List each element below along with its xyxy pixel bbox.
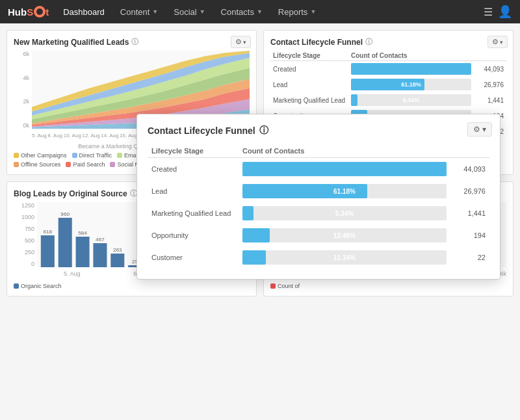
hubspot-logo: Hub S t <box>8 6 49 18</box>
legend-direct-traffic: Direct Traffic <box>72 152 112 159</box>
legend-paid-search: Paid Search <box>66 161 105 168</box>
nav-social[interactable]: Social▼ <box>167 0 211 23</box>
svg-rect-8 <box>110 254 124 267</box>
chart3-yaxis: 1250 1000 750 500 250 0 <box>14 202 37 267</box>
card1-title: New Marketing Qualified Leads ⓘ <box>14 37 250 47</box>
modal-bar-fill <box>242 228 270 243</box>
modal-bar-fill <box>242 162 447 176</box>
legend-offline-sources: Offline Sources <box>14 161 60 168</box>
modal-bar-container: 13.46% <box>242 228 447 243</box>
modal-bar-container <box>242 162 447 176</box>
bar-container <box>351 63 471 75</box>
svg-rect-0 <box>41 235 55 267</box>
svg-text:584: 584 <box>78 231 87 236</box>
card2-gear[interactable]: ⚙ ▾ <box>488 36 508 48</box>
svg-rect-6 <box>93 243 107 267</box>
legend-other-campaigns: Other Campaigns <box>14 152 67 159</box>
card2-title: Contact Lifecycle Funnel ⓘ <box>270 37 506 47</box>
legend-count-of: Count of <box>270 283 300 289</box>
svg-rect-2 <box>58 218 72 267</box>
info-icon[interactable]: ⓘ <box>131 37 138 47</box>
modal-title: Contact Lifecycle Funnel ⓘ <box>148 125 489 137</box>
modal-funnel-row: Marketing Qualified Lead 5.34% 1,441 <box>148 202 489 224</box>
modal-bar-fill <box>242 250 266 265</box>
modal-bar-container: 61.18% <box>242 184 447 198</box>
modal-funnel-row: Customer 11.34% 22 <box>148 246 489 269</box>
modal-funnel-row: Lead 61.18% 26,976 <box>148 180 489 202</box>
modal-bar-container: 11.34% <box>242 250 447 265</box>
modal-bar-container: 5.34% <box>242 206 447 220</box>
modal-funnel-table: Lifecycle Stage Count of Contacts Create… <box>148 144 489 269</box>
chart3-legend: Organic Search <box>14 283 250 289</box>
card1-gear[interactable]: ⚙ ▾ <box>231 36 251 48</box>
info-icon-2[interactable]: ⓘ <box>365 37 372 47</box>
bar-container: 61.18% <box>351 79 471 90</box>
svg-text:467: 467 <box>96 237 105 243</box>
navbar: Hub S t Dashboard Content▼ Social▼ Conta… <box>0 0 520 23</box>
modal-gear[interactable]: ⚙ ▾ <box>467 122 492 137</box>
modal-funnel-row: Created 44,093 <box>148 158 489 181</box>
svg-rect-4 <box>76 237 90 267</box>
modal-lifecycle-funnel[interactable]: Contact Lifecycle Funnel ⓘ ⚙ ▾ Lifecycle… <box>136 114 500 280</box>
nav-contacts[interactable]: Contacts▼ <box>214 0 269 23</box>
modal-bar-fill <box>242 206 254 220</box>
navbar-right: ☰ 👤 <box>484 5 512 19</box>
funnel-row: Lead 61.18% 26,976 <box>270 77 506 92</box>
chart4-legend: Count of <box>270 283 506 289</box>
svg-text:263: 263 <box>113 248 122 253</box>
svg-text:960: 960 <box>60 212 70 217</box>
chart1-yaxis: 6k 4k 2k 0k <box>14 51 32 129</box>
user-icon[interactable]: 👤 <box>498 5 512 19</box>
modal-info-icon[interactable]: ⓘ <box>259 125 268 137</box>
menu-icon[interactable]: ☰ <box>484 6 493 18</box>
nav-reports[interactable]: Reports▼ <box>272 0 322 23</box>
bar-fill <box>351 94 358 106</box>
modal-funnel-row: Opportunity 13.46% 194 <box>148 224 489 246</box>
bar-fill <box>351 63 471 75</box>
svg-text:618: 618 <box>44 230 53 235</box>
funnel-row: Marketing Qualified Lead 5.34% 1,441 <box>270 92 506 108</box>
bar-container: 5.34% <box>351 94 471 106</box>
nav-dashboard[interactable]: Dashboard <box>57 0 111 23</box>
funnel-row: Created 44,093 <box>270 61 506 77</box>
nav-content[interactable]: Content▼ <box>114 0 164 23</box>
legend-organic-search-3: Organic Search <box>14 283 62 289</box>
